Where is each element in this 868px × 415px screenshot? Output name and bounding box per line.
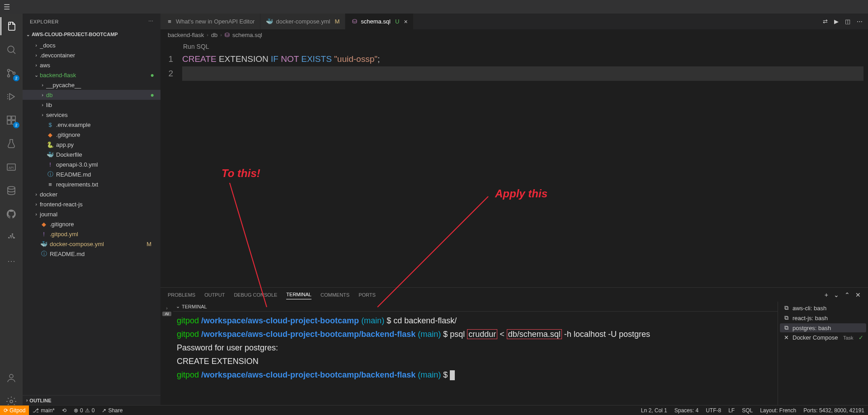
titlebar: ☰	[0, 0, 868, 14]
compare-changes-icon[interactable]: ⇄	[823, 18, 828, 25]
outline-section[interactable]: ›OUTLINE	[23, 395, 160, 405]
tab-debug-console[interactable]: DEBUG CONSOLE	[234, 290, 277, 299]
terminal-side: ⧉aws-cli: bash⧉react-js: bash⧉postgres: …	[778, 302, 868, 415]
tree-item[interactable]: ›docker	[23, 189, 160, 199]
terminal-side-item[interactable]: ⧉postgres: bash	[780, 323, 866, 332]
code-editor[interactable]: 1 2 Run SQL CREATE EXTENSION IF NOT EXIS…	[160, 40, 868, 287]
docker-icon[interactable]	[0, 228, 22, 247]
tree-item[interactable]: 🐳Dockerfile	[23, 149, 160, 159]
tree-item[interactable]: ⓘREADME.md	[23, 169, 160, 179]
split-editor-icon[interactable]: ◫	[845, 18, 850, 25]
new-terminal-icon[interactable]: +	[825, 291, 828, 298]
explorer-more-icon[interactable]: ⋯	[148, 19, 154, 24]
svg-point-2	[8, 75, 10, 77]
panel-tabs: PROBLEMS OUTPUT DEBUG CONSOLE TERMINAL C…	[160, 288, 868, 302]
status-spaces[interactable]: Spaces: 4	[671, 407, 702, 414]
annotation-box-schema: db/schema.sql	[507, 329, 562, 339]
status-lncol[interactable]: Ln 2, Col 1	[637, 407, 671, 414]
tree-item[interactable]: ⌄backend-flask●	[23, 70, 160, 80]
activity-bar: 2 2 API ⋯	[0, 14, 23, 415]
code-content[interactable]: Run SQL CREATE EXTENSION IF NOT EXISTS "…	[182, 40, 863, 287]
tree-item[interactable]: ›lib	[23, 100, 160, 110]
svg-rect-4	[7, 116, 11, 120]
dropdown-icon[interactable]: ⌄	[834, 291, 839, 298]
explorer-icon[interactable]	[0, 17, 22, 35]
close-panel-icon[interactable]: ✕	[855, 291, 861, 298]
status-problems[interactable]: ⊗ 0 ⚠ 0	[70, 407, 98, 414]
project-root[interactable]: ⌄ AWS-CLOUD-PROJECT-BOOTCAMP	[23, 29, 160, 39]
tree-item[interactable]: ›services	[23, 110, 160, 120]
status-branch[interactable]: ⎇ main*	[29, 407, 58, 414]
status-lang[interactable]: SQL	[738, 407, 756, 414]
maximize-panel-icon[interactable]: ⌃	[844, 291, 850, 298]
tree-item[interactable]: 🐳docker-compose.ymlM	[23, 239, 160, 249]
tab-more-icon[interactable]: ⋯	[857, 18, 863, 25]
menu-icon[interactable]: ☰	[4, 3, 10, 11]
tab-terminal[interactable]: TERMINAL	[286, 290, 311, 299]
tab-ports[interactable]: PORTS	[359, 290, 376, 299]
tree-item[interactable]: ≡requirements.txt	[23, 179, 160, 189]
terminal-main: ⌄TERMINAL gitpod /workspace/aws-cloud-pr…	[173, 302, 778, 415]
tree-item[interactable]: ›.devcontainer	[23, 50, 160, 60]
source-control-icon[interactable]: 2	[0, 64, 22, 82]
tree-item[interactable]: ›journal	[23, 209, 160, 219]
tree-item[interactable]: ›aws	[23, 60, 160, 70]
status-share[interactable]: ↗ Share	[98, 407, 126, 414]
account-icon[interactable]	[0, 369, 22, 387]
svg-rect-5	[12, 116, 15, 120]
explorer-title: EXPLORER	[30, 19, 59, 24]
tree-item[interactable]: ›_docs	[23, 40, 160, 50]
terminal-gutter: › AI	[160, 302, 173, 415]
terminal-content[interactable]: gitpod /workspace/aws-cloud-project-boot…	[173, 312, 778, 415]
breadcrumb[interactable]: backend-flask› db› ⛁ schema.sql	[160, 29, 868, 40]
status-layout[interactable]: Layout: French	[756, 407, 800, 414]
status-ports[interactable]: Ports: 5432, 8000, 42191	[800, 407, 868, 414]
tree-item[interactable]: ›db●	[23, 90, 160, 100]
minimap[interactable]	[863, 40, 868, 287]
api-icon[interactable]: API	[0, 158, 22, 176]
tree-item[interactable]: ◆.gitignore	[23, 130, 160, 140]
status-eol[interactable]: LF	[725, 407, 738, 414]
editor-tab[interactable]: ≡What's new in OpenAPI Editor	[160, 14, 260, 29]
terminal-side-item[interactable]: ⧉react-js: bash	[780, 313, 866, 322]
editor-tab[interactable]: 🐳docker-compose.ymlM	[260, 14, 345, 29]
database-icon[interactable]	[0, 182, 22, 200]
extensions-icon[interactable]: 2	[0, 111, 22, 129]
annotation-box-cruddur: cruddur	[467, 329, 497, 339]
github-icon[interactable]	[0, 205, 22, 223]
close-icon[interactable]: ×	[404, 18, 407, 25]
main-layout: 2 2 API ⋯ EXPLORER ⋯ ⌄ AWS-CLOUD-PROJECT…	[0, 14, 868, 415]
terminal-side-item[interactable]: ✕Docker ComposeTask✓	[780, 333, 866, 342]
tab-comments[interactable]: COMMENTS	[321, 290, 349, 299]
svg-point-11	[9, 374, 13, 378]
terminal-side-item[interactable]: ⧉aws-cli: bash	[780, 303, 866, 312]
status-sync[interactable]: ⟲	[58, 407, 70, 414]
tree-item[interactable]: 🐍app.py	[23, 140, 160, 149]
gitpod-label[interactable]: ⟳ Gitpod	[0, 406, 29, 415]
run-icon[interactable]: ▶	[834, 18, 839, 25]
tab-output[interactable]: OUTPUT	[204, 290, 225, 299]
tree-item[interactable]: ⓘREADME.md	[23, 249, 160, 259]
status-encoding[interactable]: UTF-8	[702, 407, 725, 414]
svg-rect-6	[7, 121, 11, 124]
tree-item[interactable]: ›frontend-react-js	[23, 199, 160, 209]
tree-item[interactable]: ◆.gitignore	[23, 219, 160, 229]
tree-item[interactable]: !openapi-3.0.yml	[23, 159, 160, 169]
sidebar-header: EXPLORER ⋯	[23, 14, 160, 29]
debug-icon[interactable]	[0, 88, 22, 106]
more-icon[interactable]: ⋯	[0, 252, 22, 270]
tree-item[interactable]: !.gitpod.yml	[23, 229, 160, 239]
file-tree: ›_docs›.devcontainer›aws⌄backend-flask●›…	[23, 39, 160, 395]
tree-item[interactable]: $.env.example	[23, 120, 160, 130]
tree-item[interactable]: ›__pycache__	[23, 80, 160, 90]
terminal-cursor	[450, 370, 455, 380]
chevron-down-icon: ⌄	[26, 32, 30, 37]
tab-problems[interactable]: PROBLEMS	[168, 290, 195, 299]
editor-tab[interactable]: ⛁schema.sqlU×	[345, 14, 413, 29]
codelens-run-sql[interactable]: Run SQL	[183, 42, 863, 51]
svg-point-1	[8, 70, 10, 72]
sidebar: EXPLORER ⋯ ⌄ AWS-CLOUD-PROJECT-BOOTCAMP …	[23, 14, 160, 415]
editor-area: ≡What's new in OpenAPI Editor🐳docker-com…	[160, 14, 868, 415]
search-icon[interactable]	[0, 41, 22, 59]
testing-icon[interactable]	[0, 135, 22, 153]
